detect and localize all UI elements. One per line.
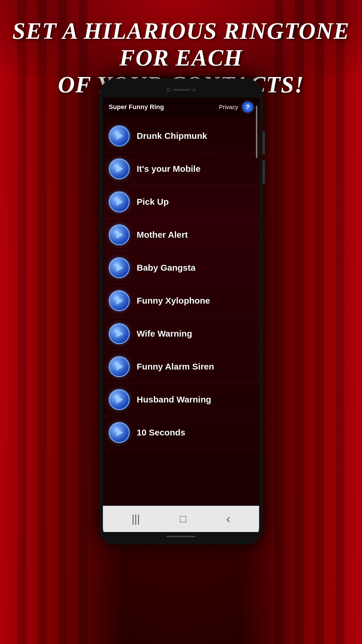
ringtone-item[interactable]: Funny Alarm Siren — [103, 350, 259, 383]
play-icon — [117, 198, 123, 205]
ringtone-item[interactable]: Husband Warning — [103, 383, 259, 416]
proximity-sensor — [193, 88, 196, 91]
phone-bottom — [103, 532, 259, 541]
play-icon — [117, 363, 123, 370]
ringtone-name: Funny Alarm Siren — [137, 362, 214, 372]
phone-mockup: Super Funny Ring Privacy ? Drunk Chipmun… — [99, 79, 263, 544]
ringtone-item[interactable]: Mother Alert — [103, 218, 259, 251]
ringtone-name: Drunk Chipmunk — [137, 131, 207, 141]
app-header-right: Privacy ? — [219, 102, 253, 113]
bottom-navigation: ||| □ ‹ — [103, 506, 259, 532]
privacy-link[interactable]: Privacy — [219, 104, 238, 111]
play-icon — [117, 231, 123, 238]
phone-frame: Super Funny Ring Privacy ? Drunk Chipmun… — [99, 79, 263, 544]
play-icon — [117, 429, 123, 436]
play-icon — [117, 132, 123, 139]
app-header: Super Funny Ring Privacy ? — [103, 97, 259, 117]
ringtone-name: Wife Warning — [137, 329, 192, 339]
volume-down-button — [263, 160, 265, 184]
ringtone-item[interactable]: 10 Seconds — [103, 416, 259, 449]
nav-home-button[interactable]: □ — [180, 513, 186, 525]
play-button[interactable] — [109, 224, 130, 245]
play-button[interactable] — [109, 389, 130, 410]
play-icon — [117, 297, 123, 304]
play-icon — [117, 396, 123, 403]
play-button[interactable] — [109, 191, 130, 212]
ringtone-item[interactable]: Drunk Chipmunk — [103, 120, 259, 153]
play-icon — [117, 165, 123, 172]
play-button[interactable] — [109, 257, 130, 278]
ringtone-item[interactable]: Pick Up — [103, 186, 259, 218]
volume-up-button — [263, 131, 265, 155]
play-icon — [117, 264, 123, 271]
help-button[interactable]: ? — [242, 102, 253, 113]
ringtone-name: Funny Xylophone — [137, 296, 210, 306]
notch — [158, 85, 204, 94]
header-line1: Set a hilarious ringtone for each — [12, 18, 349, 71]
front-camera — [166, 88, 171, 92]
app-title: Super Funny Ring — [109, 103, 164, 111]
earpiece-speaker — [173, 89, 190, 91]
ringtone-name: Mother Alert — [137, 230, 188, 240]
play-button[interactable] — [109, 125, 130, 146]
scrollbar[interactable] — [256, 106, 257, 158]
nav-menu-button[interactable]: ||| — [132, 513, 140, 525]
ringtone-item[interactable]: Baby Gangsta — [103, 251, 259, 284]
ringtone-name: It's your Mobile — [137, 164, 201, 174]
nav-back-button[interactable]: ‹ — [226, 512, 230, 526]
play-button[interactable] — [109, 323, 130, 344]
ringtone-list: Drunk ChipmunkIt's your MobilePick UpMot… — [103, 117, 259, 452]
ringtone-name: 10 Seconds — [137, 428, 185, 438]
ringtone-item[interactable]: Wife Warning — [103, 317, 259, 350]
phone-screen: Super Funny Ring Privacy ? Drunk Chipmun… — [103, 82, 259, 541]
ringtone-item[interactable]: It's your Mobile — [103, 153, 259, 186]
ringtone-name: Pick Up — [137, 197, 169, 207]
ringtone-name: Baby Gangsta — [137, 263, 196, 273]
play-button[interactable] — [109, 290, 130, 311]
ringtone-name: Husband Warning — [137, 395, 211, 405]
play-button[interactable] — [109, 158, 130, 179]
app-screen: Super Funny Ring Privacy ? Drunk Chipmun… — [103, 97, 259, 506]
play-button[interactable] — [109, 356, 130, 377]
notch-bar — [103, 82, 259, 97]
play-icon — [117, 330, 123, 337]
ringtone-item[interactable]: Funny Xylophone — [103, 284, 259, 317]
play-button[interactable] — [109, 422, 130, 443]
phone-chin-bar — [166, 536, 196, 537]
